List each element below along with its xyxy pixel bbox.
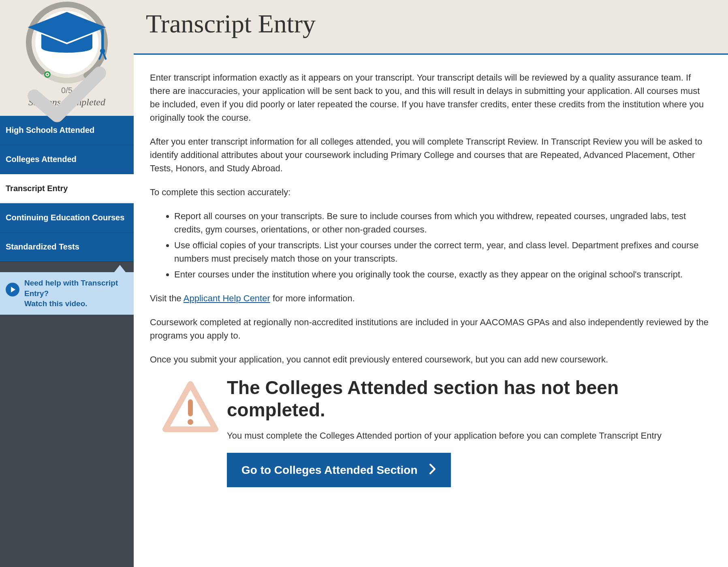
intro-para-3: To complete this section accurately: (150, 185, 712, 199)
alert-panel: The Colleges Attended section has not be… (150, 377, 712, 503)
cta-label: Go to Colleges Attended Section (241, 464, 418, 477)
help-text: Need help with Transcript Entry? Watch t… (24, 278, 129, 309)
sidebar-item-colleges-attended[interactable]: Colleges Attended (0, 145, 134, 174)
content-body: Enter transcript information exactly as … (134, 55, 728, 512)
sidebar-item-label: Standardized Tests (6, 242, 79, 251)
sidebar-item-standardized-tests[interactable]: Standardized Tests (0, 232, 134, 262)
sidebar-item-label: Colleges Attended (6, 155, 77, 164)
para-accredited: Coursework completed at regionally non-a… (150, 315, 712, 342)
help-video-callout[interactable]: Need help with Transcript Entry? Watch t… (0, 272, 134, 315)
para-submit-note: Once you submit your application, you ca… (150, 353, 712, 366)
list-item: Report all courses on your transcripts. … (174, 209, 712, 236)
play-icon (6, 283, 19, 296)
sidebar: 0/5 Sections Completed High Schools Atte… (0, 0, 134, 567)
alert-heading: The Colleges Attended section has not be… (227, 377, 700, 421)
page-title: Transcript Entry (146, 9, 716, 39)
chevron-right-icon (429, 463, 436, 477)
progress-start-dot (45, 72, 50, 77)
progress-panel: 0/5 Sections Completed (0, 0, 134, 116)
page-header: Transcript Entry (134, 0, 728, 55)
intro-para-2: After you enter transcript information f… (150, 135, 712, 175)
main-content: Transcript Entry Enter transcript inform… (134, 0, 728, 567)
sidebar-item-label: Continuing Education Courses (6, 213, 124, 222)
help-center-link[interactable]: Applicant Help Center (184, 293, 270, 303)
list-item: Use official copies of your transcripts.… (174, 239, 712, 265)
progress-ring (24, 0, 109, 85)
checkmark-icon (24, 53, 109, 139)
warning-triangle-icon (162, 381, 219, 437)
sidebar-item-label: Transcript Entry (6, 184, 68, 193)
svg-point-6 (188, 419, 193, 425)
intro-para-1: Enter transcript information exactly as … (150, 71, 712, 124)
alert-subtext: You must complete the Colleges Attended … (227, 429, 700, 442)
svg-rect-5 (188, 399, 193, 416)
sidebar-item-continuing-education[interactable]: Continuing Education Courses (0, 203, 134, 232)
list-item: Enter courses under the institution wher… (174, 268, 712, 281)
go-to-colleges-button[interactable]: Go to Colleges Attended Section (227, 453, 451, 487)
sidebar-item-transcript-entry[interactable]: Transcript Entry (0, 174, 134, 203)
instruction-list: Report all courses on your transcripts. … (174, 209, 712, 281)
visit-line: Visit the Applicant Help Center for more… (150, 292, 712, 305)
